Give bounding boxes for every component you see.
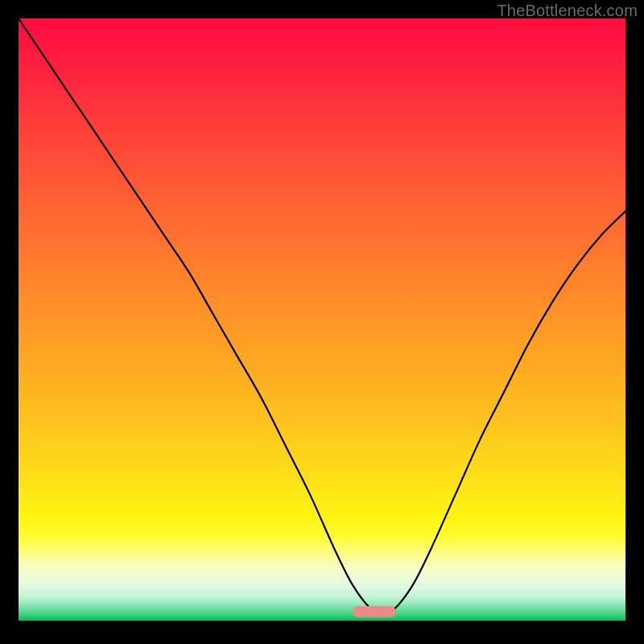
watermark-text: TheBottleneck.com: [497, 2, 638, 20]
optimal-range-marker: [353, 606, 396, 617]
chart-frame: TheBottleneck.com: [0, 0, 644, 644]
plot-area: [19, 19, 625, 621]
bottleneck-curve: [19, 19, 625, 621]
curve-path: [19, 19, 625, 615]
